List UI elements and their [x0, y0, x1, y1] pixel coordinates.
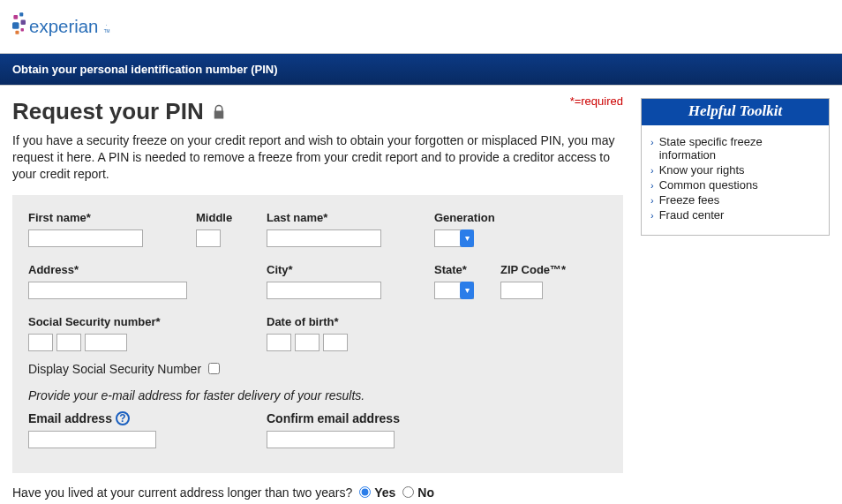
- last-name-input[interactable]: [267, 229, 381, 247]
- helpful-toolkit: Helpful Toolkit ›State specific freeze i…: [641, 98, 830, 236]
- svg-text:experian: experian: [29, 16, 98, 36]
- svg-text:.: .: [106, 20, 108, 26]
- dob-input-1[interactable]: [267, 334, 291, 351]
- svg-rect-4: [15, 31, 19, 34]
- ssn-label: Social Security number*: [28, 315, 267, 328]
- svg-rect-2: [12, 22, 19, 29]
- svg-text:TM: TM: [104, 29, 110, 34]
- lock-icon: [211, 103, 227, 121]
- page-banner: Obtain your personal identification numb…: [0, 53, 842, 86]
- address-input[interactable]: [28, 282, 187, 299]
- caret-icon: ›: [650, 195, 654, 206]
- toolkit-link[interactable]: State specific freeze information: [659, 135, 818, 162]
- dob-input-2[interactable]: [295, 334, 320, 351]
- svg-rect-3: [21, 20, 26, 25]
- radio-no-label[interactable]: No: [402, 485, 434, 500]
- svg-rect-5: [21, 28, 24, 31]
- ssn-input-3[interactable]: [85, 334, 127, 351]
- svg-rect-0: [13, 15, 18, 19]
- last-name-label: Last name*: [267, 211, 434, 224]
- state-select[interactable]: [434, 282, 474, 299]
- generation-select[interactable]: [434, 229, 474, 247]
- ssn-input-1[interactable]: [28, 334, 53, 351]
- dob-input-3[interactable]: [323, 334, 348, 351]
- intro-text: If you have a security freeze on your cr…: [12, 132, 623, 183]
- address-duration-question: Have you lived at your current address l…: [0, 473, 842, 504]
- required-indicator: *=required: [570, 94, 623, 108]
- display-ssn-label: Display Social Security Number: [28, 362, 201, 376]
- email-input[interactable]: [28, 431, 156, 448]
- toolkit-link[interactable]: Know your rights: [659, 163, 745, 177]
- toolkit-link[interactable]: Fraud center: [659, 208, 725, 222]
- question-text: Have you lived at your current address l…: [12, 485, 352, 500]
- generation-label: Generation: [434, 211, 495, 224]
- middle-input[interactable]: [196, 229, 221, 247]
- zip-label: ZIP Code™*: [500, 263, 566, 276]
- confirm-email-input[interactable]: [267, 431, 395, 448]
- toolkit-heading: Helpful Toolkit: [642, 99, 829, 125]
- page-title: Request your PIN: [12, 98, 570, 125]
- confirm-email-label: Confirm email address: [267, 411, 400, 425]
- dob-label: Date of birth*: [267, 315, 348, 328]
- city-input[interactable]: [267, 282, 381, 299]
- yes-text: Yes: [374, 485, 395, 500]
- middle-label: Middle: [196, 211, 267, 224]
- toolkit-list: ›State specific freeze information ›Know…: [642, 125, 829, 235]
- toolkit-link[interactable]: Common questions: [659, 178, 758, 192]
- caret-icon: ›: [650, 137, 654, 147]
- ssn-input-2[interactable]: [56, 334, 81, 351]
- caret-icon: ›: [650, 210, 654, 221]
- toolkit-link[interactable]: Freeze fees: [659, 193, 720, 207]
- no-text: No: [417, 485, 434, 500]
- radio-yes-label[interactable]: Yes: [359, 485, 395, 500]
- page-title-text: Request your PIN: [12, 98, 204, 125]
- caret-icon: ›: [650, 165, 654, 176]
- radio-yes[interactable]: [359, 486, 371, 498]
- address-label: Address*: [28, 263, 267, 276]
- first-name-label: First name*: [28, 211, 196, 224]
- first-name-input[interactable]: [28, 229, 143, 247]
- zip-input[interactable]: [500, 282, 543, 299]
- email-label: Email address: [28, 411, 112, 425]
- display-ssn-checkbox[interactable]: [208, 363, 220, 374]
- radio-no[interactable]: [402, 486, 414, 498]
- pin-request-form: First name* Middle Last name* Generation…: [12, 195, 623, 473]
- experian-logo: experian . TM: [12, 9, 830, 44]
- logo-area: experian . TM: [0, 0, 842, 53]
- help-icon[interactable]: ?: [116, 411, 130, 425]
- email-hint: Provide your e-mail address for faster d…: [28, 388, 607, 402]
- state-label: State*: [434, 263, 500, 276]
- city-label: City*: [267, 263, 434, 276]
- caret-icon: ›: [650, 180, 654, 191]
- svg-rect-1: [19, 12, 23, 16]
